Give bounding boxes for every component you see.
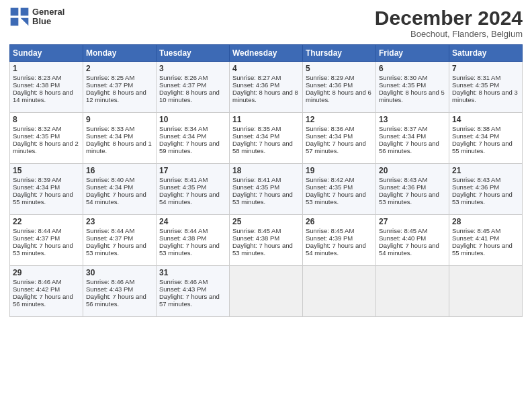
daylight-label: Daylight: 8 hours and 1 minute. [86,140,152,154]
day-number: 15 [13,166,80,175]
sunrise-text: Sunrise: 8:41 AM [232,176,281,183]
day-number: 9 [86,115,153,124]
day-number: 29 [13,268,80,277]
calendar-week-row: 22Sunrise: 8:44 AMSunset: 4:37 PMDayligh… [10,215,523,266]
day-number: 27 [379,217,446,226]
day-number: 28 [452,217,519,226]
sunset-text: Sunset: 4:36 PM [452,183,499,191]
sunrise-text: Sunrise: 8:34 AM [159,125,208,132]
sunset-text: Sunset: 4:34 PM [379,132,426,140]
sunrise-text: Sunrise: 8:45 AM [232,227,281,234]
day-number: 12 [306,115,373,124]
daylight-label: Daylight: 7 hours and 58 minutes. [232,140,293,154]
sunset-text: Sunset: 4:34 PM [86,183,133,191]
calendar-day-cell: 4Sunrise: 8:27 AMSunset: 4:36 PMDaylight… [230,62,303,113]
calendar-week-row: 8Sunrise: 8:32 AMSunset: 4:35 PMDaylight… [10,113,523,164]
sunset-text: Sunset: 4:34 PM [306,132,353,140]
sunset-text: Sunset: 4:37 PM [86,234,133,242]
sunset-text: Sunset: 4:37 PM [13,234,60,242]
day-number: 11 [232,115,300,124]
svg-rect-2 [11,18,19,26]
daylight-label: Daylight: 7 hours and 57 minutes. [159,293,220,308]
sunset-text: Sunset: 4:35 PM [452,81,499,89]
sunset-text: Sunset: 4:34 PM [13,183,60,191]
calendar-week-row: 29Sunrise: 8:46 AMSunset: 4:42 PMDayligh… [10,266,523,317]
calendar-day-cell: 2Sunrise: 8:25 AMSunset: 4:37 PMDaylight… [83,62,157,113]
calendar-day-cell: 20Sunrise: 8:43 AMSunset: 4:36 PMDayligh… [376,164,449,215]
daylight-label: Daylight: 7 hours and 54 minutes. [306,242,366,257]
daylight-label: Daylight: 7 hours and 54 minutes. [159,191,220,205]
calendar-day-cell: 28Sunrise: 8:45 AMSunset: 4:41 PMDayligh… [449,215,523,266]
sunrise-text: Sunrise: 8:41 AM [159,176,208,183]
calendar-body: 1Sunrise: 8:23 AMSunset: 4:38 PMDaylight… [10,62,523,317]
calendar-day-cell: 5Sunrise: 8:29 AMSunset: 4:36 PMDaylight… [303,62,376,113]
sunrise-text: Sunrise: 8:43 AM [379,176,427,183]
sunset-text: Sunset: 4:37 PM [86,81,133,89]
sunset-text: Sunset: 4:34 PM [159,132,206,140]
calendar-table: SundayMondayTuesdayWednesdayThursdayFrid… [9,44,523,317]
sunset-text: Sunset: 4:43 PM [86,285,133,293]
day-number: 10 [159,115,226,124]
day-number: 4 [232,64,300,73]
calendar-day-cell: 1Sunrise: 8:23 AMSunset: 4:38 PMDaylight… [10,62,83,113]
sunset-text: Sunset: 4:37 PM [159,81,206,89]
sunset-text: Sunset: 4:43 PM [159,285,206,293]
calendar-day-cell: 18Sunrise: 8:41 AMSunset: 4:35 PMDayligh… [230,164,303,215]
sunset-text: Sunset: 4:38 PM [232,234,279,242]
daylight-label: Daylight: 7 hours and 56 minutes. [13,293,73,308]
calendar-day-cell: 25Sunrise: 8:45 AMSunset: 4:38 PMDayligh… [230,215,303,266]
calendar-day-cell: 26Sunrise: 8:45 AMSunset: 4:39 PMDayligh… [303,215,376,266]
calendar-week-row: 1Sunrise: 8:23 AMSunset: 4:38 PMDaylight… [10,62,523,113]
daylight-label: Daylight: 7 hours and 53 minutes. [232,242,293,257]
day-number: 18 [232,166,300,175]
calendar-day-cell: 30Sunrise: 8:46 AMSunset: 4:43 PMDayligh… [83,266,157,317]
sunrise-text: Sunrise: 8:26 AM [159,74,208,81]
daylight-label: Daylight: 7 hours and 55 minutes. [13,191,73,205]
daylight-label: Daylight: 7 hours and 56 minutes. [86,293,146,308]
sunrise-text: Sunrise: 8:37 AM [379,125,427,132]
sunset-text: Sunset: 4:40 PM [379,234,426,242]
calendar-day-cell: 24Sunrise: 8:44 AMSunset: 4:38 PMDayligh… [157,215,230,266]
day-number: 14 [452,115,519,124]
sunrise-text: Sunrise: 8:45 AM [306,227,354,234]
sunset-text: Sunset: 4:42 PM [13,285,60,293]
sunrise-text: Sunrise: 8:30 AM [379,74,427,81]
calendar-header-sunday: Sunday [10,45,83,62]
sunrise-text: Sunrise: 8:40 AM [86,176,134,183]
calendar-day-cell: 15Sunrise: 8:39 AMSunset: 4:34 PMDayligh… [10,164,83,215]
daylight-label: Daylight: 8 hours and 5 minutes. [379,89,445,103]
calendar-day-cell: 6Sunrise: 8:30 AMSunset: 4:35 PMDaylight… [376,62,449,113]
header: General Blue December 2024 Boechout, Fla… [9,7,523,39]
day-number: 25 [232,217,300,226]
day-number: 2 [86,64,153,73]
calendar-day-cell [303,266,376,317]
sunrise-text: Sunrise: 8:43 AM [452,176,500,183]
day-number: 30 [86,268,153,277]
sunrise-text: Sunrise: 8:35 AM [232,125,281,132]
day-number: 26 [306,217,373,226]
calendar-day-cell: 8Sunrise: 8:32 AMSunset: 4:35 PMDaylight… [10,113,83,164]
sunset-text: Sunset: 4:36 PM [306,81,353,89]
sunrise-text: Sunrise: 8:44 AM [86,227,134,234]
sunrise-text: Sunrise: 8:36 AM [306,125,354,132]
day-number: 17 [159,166,226,175]
sunrise-text: Sunrise: 8:46 AM [13,278,61,285]
calendar-day-cell: 21Sunrise: 8:43 AMSunset: 4:36 PMDayligh… [449,164,523,215]
sunset-text: Sunset: 4:35 PM [13,132,60,140]
calendar-day-cell: 27Sunrise: 8:45 AMSunset: 4:40 PMDayligh… [376,215,449,266]
daylight-label: Daylight: 7 hours and 53 minutes. [306,191,366,205]
logo-text: General Blue [32,7,64,27]
calendar-header-tuesday: Tuesday [157,45,230,62]
calendar-day-cell [376,266,449,317]
sunset-text: Sunset: 4:34 PM [232,132,279,140]
calendar-day-cell [230,266,303,317]
sunrise-text: Sunrise: 8:42 AM [306,176,354,183]
sunrise-text: Sunrise: 8:38 AM [452,125,500,132]
calendar-day-cell: 12Sunrise: 8:36 AMSunset: 4:34 PMDayligh… [303,113,376,164]
daylight-label: Daylight: 7 hours and 55 minutes. [452,140,513,154]
sunrise-text: Sunrise: 8:45 AM [379,227,427,234]
day-number: 13 [379,115,446,124]
daylight-label: Daylight: 8 hours and 14 minutes. [13,89,73,103]
day-number: 5 [306,64,373,73]
daylight-label: Daylight: 7 hours and 56 minutes. [379,140,439,154]
